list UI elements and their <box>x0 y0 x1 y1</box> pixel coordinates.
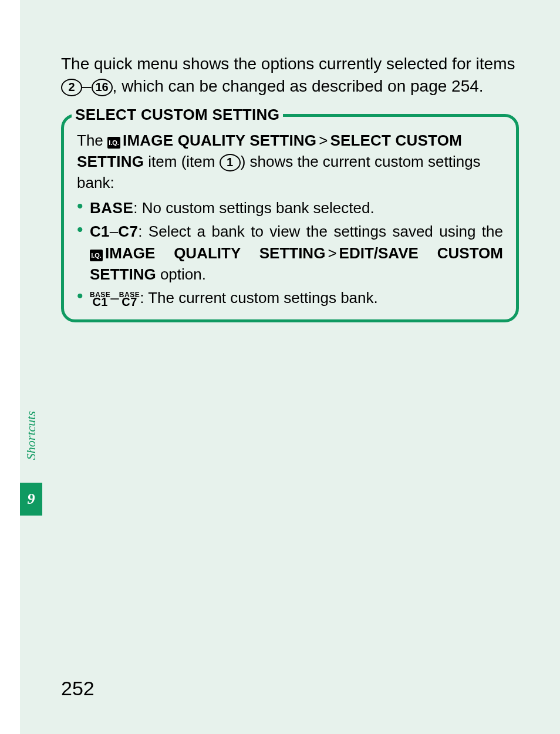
page-content: The quick menu shows the options current… <box>61 53 519 322</box>
intro-paragraph: The quick menu shows the options current… <box>61 53 519 97</box>
base-label: BASE <box>90 199 133 217</box>
intro-dash: – <box>82 77 92 95</box>
box-text-pre: The <box>77 132 107 149</box>
c-label-from: C1 <box>90 223 110 240</box>
callout-box: The I.Q.IMAGE QUALITY SETTING>SELECT CUS… <box>61 114 519 322</box>
bullet-text-1: : Select a bank to view the settings sav… <box>138 223 503 240</box>
c-label-to: C7 <box>118 223 138 240</box>
basec-dash: – <box>110 289 119 307</box>
side-chapter-tab: 9 <box>20 483 42 516</box>
side-section-label: Shortcuts <box>23 411 39 460</box>
intro-text-2: , which can be changed as described on p… <box>113 77 484 95</box>
menu-path-1b: IMAGE QUALITY SETTING <box>105 244 325 262</box>
page-number: 252 <box>61 677 95 700</box>
circled-number-item: 1 <box>220 154 241 171</box>
circled-number-from: 2 <box>61 79 82 96</box>
list-item: C1–C7: Select a bank to view the setting… <box>77 221 503 285</box>
list-item: BASE: No custom settings bank selected. <box>77 197 503 218</box>
list-item: BASEC1–BASEC7: The current custom settin… <box>77 287 503 308</box>
callout-box-title: SELECT CUSTOM SETTING <box>72 105 283 125</box>
intro-text-1: The quick menu shows the options current… <box>61 55 515 73</box>
menu-separator-icon: > <box>328 244 336 262</box>
menu-separator-icon: > <box>319 132 328 149</box>
callout-box-wrap: SELECT CUSTOM SETTING The I.Q.IMAGE QUAL… <box>61 114 519 322</box>
box-intro-line: The I.Q.IMAGE QUALITY SETTING>SELECT CUS… <box>77 130 503 194</box>
basec-label-from: BASEC1 <box>90 292 110 305</box>
c-dash: – <box>110 223 118 240</box>
bullet-text: : The current custom settings bank. <box>140 289 378 307</box>
bullet-text: : No custom settings bank selected. <box>133 199 374 217</box>
basec-bot: C1 <box>90 298 110 306</box>
basec-bot: C7 <box>119 298 140 306</box>
basec-label-to: BASEC7 <box>119 292 140 305</box>
bullet-text-2: option. <box>156 265 206 283</box>
iq-icon: I.Q. <box>107 137 120 149</box>
box-text-mid: item (item <box>144 153 220 170</box>
iq-icon: I.Q. <box>90 250 103 261</box>
bullet-list: BASE: No custom settings bank selected. … <box>77 197 503 309</box>
circled-number-to: 16 <box>92 79 113 96</box>
menu-path-1: IMAGE QUALITY SETTING <box>123 132 316 149</box>
page-background: The quick menu shows the options current… <box>20 0 560 734</box>
